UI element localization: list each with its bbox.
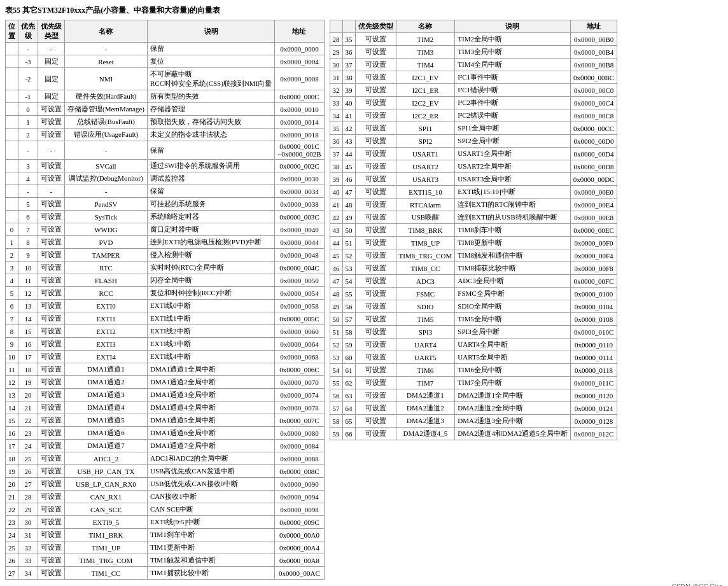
table-row: 1320可设置DMA1通道3DMA1通道3全局中断0x0000_0074: [6, 389, 325, 401]
table-cell: 0x0000_000C: [275, 90, 324, 103]
table-cell: 53: [330, 351, 342, 364]
table-row: 3744可设置USART1USART1全局中断0x0000_00D4: [330, 148, 617, 160]
table-cell: USART2: [396, 160, 455, 173]
table-cell: [6, 103, 18, 116]
table-row: 4754可设置ADC3ADC3全局中断0x0000_00FC: [330, 275, 617, 288]
table-cell: CAN_RX1: [65, 491, 148, 503]
table-cell: 57: [342, 313, 355, 326]
table-cell: 3: [18, 160, 38, 172]
table-cell: 预取指失败，存储器访问失败: [147, 116, 274, 129]
table-cell: 0x0000_0060: [275, 325, 324, 338]
table-cell: -: [65, 185, 148, 198]
table-cell: DMA1通道3全局中断: [147, 389, 274, 401]
page-container: 表55 其它STM32F10xxx产品(小容量、中容量和大容量)的向量表 位置 …: [0, 0, 728, 586]
table-row: 4可设置调试监控(DebugMonitor)调试监控器0x0000_0030: [6, 172, 325, 185]
table-cell: 保留: [147, 141, 274, 160]
table-cell: 可设置: [38, 529, 65, 541]
table-cell: 47: [342, 186, 355, 199]
table-row: 5158可设置SPI3SPI3全局中断0x0000_010C: [330, 326, 617, 338]
table-cell: TIM6: [396, 364, 455, 377]
table-cell: TIM8捕获比较中断: [455, 262, 570, 275]
table-cell: 0x0000_008C: [275, 465, 324, 478]
table-cell: 25: [18, 452, 38, 465]
table-cell: 4: [18, 172, 38, 185]
table-cell: DMA2通道1: [396, 389, 455, 402]
table-cell: [6, 141, 18, 160]
table-cell: RTC: [65, 262, 148, 274]
table-cell: 可设置: [38, 172, 65, 185]
table-cell: 9: [18, 249, 38, 262]
table-cell: 0x0000_0114: [570, 351, 617, 364]
table-row: 4653可设置TIM8_CCTIM8捕获比较中断0x0000_00F8: [330, 262, 617, 275]
table-cell: 可设置: [38, 503, 65, 516]
table-cell: TIM8_TRG_COM: [396, 249, 455, 262]
table-cell: 42: [330, 211, 342, 224]
table-cell: 总线错误(BusFault): [65, 116, 148, 129]
table-cell: 14: [18, 312, 38, 325]
table-cell: 51: [342, 237, 355, 249]
table-cell: DMA1通道6: [65, 427, 148, 440]
tables-wrapper: 位置 优先级 优先级类型 名称 说明 地址 ---保留0x0000_0000-3…: [5, 20, 723, 580]
table-cell: SysTick: [65, 211, 148, 223]
table-cell: 0x0000_0064: [275, 338, 324, 351]
table-cell: 闪存全局中断: [147, 274, 274, 287]
table-cell: USART3: [396, 173, 455, 186]
table-cell: RCC: [65, 287, 148, 300]
table-cell: 连到EXTI的电源电压检测(PVD)中断: [147, 236, 274, 249]
table-cell: 0x0000_0000: [275, 43, 324, 55]
table-cell: 59: [342, 338, 355, 351]
table-cell: 0x0000_0128: [570, 415, 617, 428]
table-cell: 2: [6, 249, 18, 262]
table-cell: TIM8_BRK: [396, 224, 455, 237]
table-cell: DMA1通道2: [65, 376, 148, 389]
table-cell: 1: [6, 236, 18, 249]
table-cell: 0x0000_0118: [570, 364, 617, 377]
table-cell: 侵入检测中断: [147, 249, 274, 262]
table-cell: 可挂起的系统服务: [147, 198, 274, 211]
table-cell: 0x0000_0040: [275, 223, 324, 236]
table-cell: Reset: [65, 55, 148, 68]
table-cell: 17: [6, 440, 18, 452]
table-cell: 57: [330, 402, 342, 415]
table-cell: 连到EXTI的RTC闹钟中断: [455, 199, 570, 211]
table-cell: 0x0000_0010: [275, 103, 324, 116]
table-cell: SDIO全局中断: [455, 300, 570, 313]
table-cell: 55: [330, 377, 342, 389]
table-row: ---保留0x0000_0034: [6, 185, 325, 198]
table-row: 29可设置TAMPER侵入检测中断0x0000_0048: [6, 249, 325, 262]
table-cell: DMA1通道7: [65, 440, 148, 452]
table-cell: 0x0000_00C8: [570, 109, 617, 122]
table-cell: -: [38, 141, 65, 160]
table-row: 2027可设置USB_LP_CAN_RX0USB低优先或CAN接收0中断0x00…: [6, 478, 325, 491]
table-cell: DMA1通道2全局中断: [147, 376, 274, 389]
table-cell: USART1全局中断: [455, 148, 570, 160]
table-cell: 24: [6, 529, 18, 541]
table-cell: 可设置: [355, 211, 396, 224]
table-cell: 可设置: [38, 325, 65, 338]
table-cell: TIM6全局中断: [455, 364, 570, 377]
table-cell: 35: [330, 122, 342, 135]
table-cell: 17: [18, 351, 38, 363]
table-cell: EXTI线[9:5]中断: [147, 516, 274, 529]
table-cell: ADC3: [396, 275, 455, 288]
table-cell: 45: [342, 160, 355, 173]
table-cell: TIM7: [396, 377, 455, 389]
table-cell: 可设置: [38, 376, 65, 389]
table-cell: UART4全局中断: [455, 338, 570, 351]
table-cell: 60: [342, 351, 355, 364]
table-cell: 0x0000_011C: [570, 377, 617, 389]
table-cell: 0x0000_00E8: [570, 211, 617, 224]
table-cell: 0x0000_0094: [275, 491, 324, 503]
table-cell: I²C2事件中断: [455, 97, 570, 109]
table-row: 2128可设置CAN_RX1CAN接收1中断0x0000_0094: [6, 491, 325, 503]
table-cell: -: [65, 141, 148, 160]
table-cell: 0x0000_0068: [275, 351, 324, 363]
table-cell: 可设置: [38, 236, 65, 249]
col-name2: 名称: [396, 20, 455, 33]
table-cell: 58: [342, 326, 355, 338]
table-cell: 可设置: [355, 351, 396, 364]
table-cell: DMA2通道4和DMA2通道5全局中断: [455, 428, 570, 440]
table-row: -2固定NMI不可屏蔽中断 RCC时钟安全系统(CSS)联接到NMI向量0x00…: [6, 68, 325, 90]
table-cell: 6: [6, 300, 18, 312]
table-cell: [6, 185, 18, 198]
